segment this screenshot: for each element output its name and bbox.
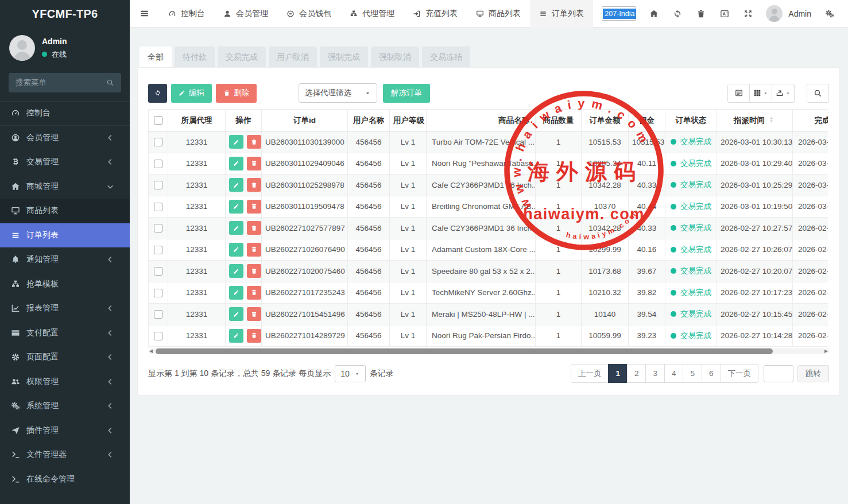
page-size-select[interactable]: 10 [335,365,366,382]
quick-search-input[interactable]: 207-India [602,6,636,21]
filter-tab-2[interactable]: 交易完成 [218,46,266,68]
delete-row-button[interactable] [247,307,261,321]
clear-cache-button[interactable] [689,0,713,28]
page-button-2[interactable]: 2 [627,364,646,383]
sidebar-item-10[interactable]: 页面配置 [0,345,130,370]
sidebar-item-3[interactable]: 商城管理 [0,175,130,199]
delete-row-button[interactable] [247,264,261,278]
horizontal-scrollbar[interactable] [148,348,829,354]
delete-row-button[interactable] [247,221,261,235]
page-button-1[interactable]: 1 [608,364,628,383]
sidebar-item-13[interactable]: 插件管理 [0,418,130,443]
fullscreen-button[interactable] [736,0,760,28]
delete-row-button[interactable] [247,157,261,170]
sidebar-item-5[interactable]: 订单列表 [0,223,130,248]
filter-tab-3[interactable]: 用户取消 [269,46,317,68]
user-menu[interactable]: Admin [760,5,818,22]
sidebar-search-input[interactable]: 搜索菜单 [9,73,121,92]
select-all-checkbox[interactable] [154,116,162,125]
sort-icon[interactable] [767,115,776,124]
filter-tab-6[interactable]: 交易冻结 [422,46,470,68]
edit-row-button[interactable] [229,135,243,149]
edit-row-button[interactable] [229,221,243,235]
delete-row-button[interactable] [247,329,261,343]
sidebar-item-11[interactable]: 权限管理 [0,370,130,394]
edit-row-button[interactable] [229,329,243,343]
column-header-10[interactable]: 指派时间 [717,110,793,131]
top-tab-3[interactable]: 代理管理 [340,0,404,28]
row-checkbox[interactable] [154,181,162,189]
agent-filter-select[interactable]: 选择代理筛选 [299,83,377,103]
sidebar-item-6[interactable]: 通知管理 [0,247,130,272]
delete-row-button[interactable] [247,200,261,214]
jump-page-input[interactable] [764,365,793,382]
scroll-right-arrow[interactable] [824,350,828,353]
export-button[interactable] [772,84,795,103]
filter-tab-0[interactable]: 全部 [140,46,172,68]
sidebar-item-1[interactable]: 会员管理 [0,126,130,150]
edit-button[interactable]: 编辑 [171,84,212,103]
page-button-6[interactable]: 6 [702,364,721,383]
delete-row-button[interactable] [247,243,261,257]
language-button[interactable] [713,0,736,28]
edit-row-button[interactable] [229,200,243,214]
row-checkbox[interactable] [154,289,162,297]
prev-page-button[interactable]: 上一页 [571,364,609,383]
page-button-3[interactable]: 3 [645,364,665,383]
delete-row-button[interactable] [247,135,261,149]
home-button[interactable] [642,0,665,28]
sidebar-item-15[interactable]: 在线命令管理 [0,467,130,492]
columns-button[interactable] [749,84,772,103]
edit-row-button[interactable] [229,243,243,257]
sidebar-item-12[interactable]: 系统管理 [0,394,130,418]
delete-button[interactable]: 删除 [216,84,257,103]
edit-row-button[interactable] [229,178,243,192]
edit-row-button[interactable] [229,264,243,278]
row-checkbox[interactable] [154,267,162,276]
row-checkbox[interactable] [154,203,162,211]
row-checkbox[interactable] [154,246,162,254]
row-checkbox[interactable] [154,224,162,232]
jump-button[interactable]: 跳转 [797,365,829,382]
delete-row-button[interactable] [247,178,261,192]
top-tab-0[interactable]: 控制台 [159,0,214,28]
top-tab-5[interactable]: 商品列表 [467,0,530,28]
settings-button[interactable] [818,0,841,28]
sidebar-item-4[interactable]: 商品列表 [0,199,130,223]
page-button-group: 上一页123456下一页 [571,364,758,383]
detail-view-button[interactable] [727,84,750,103]
top-tab-4[interactable]: 充值列表 [404,0,467,28]
sidebar-item-0[interactable]: 控制台 [0,101,130,126]
edit-row-button[interactable] [229,307,243,321]
refresh-table-button[interactable] [148,84,167,103]
sidebar-item-14[interactable]: 文件管理器 [0,443,130,467]
scroll-left-arrow[interactable] [149,350,153,353]
row-checkbox[interactable] [154,160,162,168]
page-button-4[interactable]: 4 [664,364,684,383]
sidebar-item-8[interactable]: 报表管理 [0,296,130,321]
top-tab-6[interactable]: 订单列表 [530,0,593,28]
edit-row-button[interactable] [229,286,243,300]
refresh-button[interactable] [665,0,689,28]
row-checkbox[interactable] [154,138,162,146]
edit-row-button[interactable] [229,157,243,170]
sidebar-toggle-button[interactable] [130,0,159,28]
unfreeze-orders-button[interactable]: 解冻订单 [383,84,430,103]
filter-tab-1[interactable]: 待付款 [175,46,215,68]
filter-tab-5[interactable]: 强制取消 [371,46,419,68]
next-page-button[interactable]: 下一页 [721,364,759,383]
cell-select [149,131,168,153]
table-search-button[interactable] [807,84,829,103]
row-checkbox[interactable] [154,310,162,319]
top-tab-1[interactable]: 会员管理 [214,0,277,28]
delete-row-button[interactable] [247,286,261,300]
page-button-5[interactable]: 5 [683,364,702,383]
scrollbar-thumb[interactable] [156,348,773,354]
sidebar-item-7[interactable]: 抢单模板 [0,272,130,297]
top-tab-2[interactable]: 会员钱包 [277,0,340,28]
sidebar-item-9[interactable]: 支付配置 [0,321,130,346]
search-icon[interactable] [106,79,114,87]
row-checkbox[interactable] [154,332,162,340]
filter-tab-4[interactable]: 强制完成 [320,46,368,68]
sidebar-item-2[interactable]: 交易管理 [0,150,130,175]
